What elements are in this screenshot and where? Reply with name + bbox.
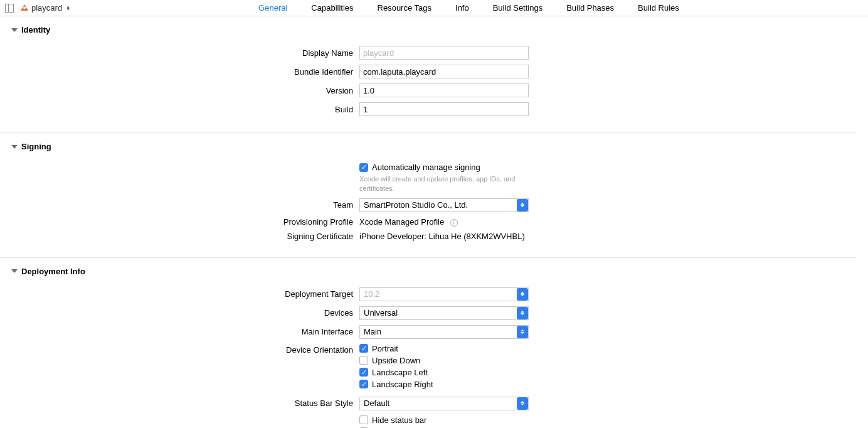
target-name: playcard [31, 3, 62, 13]
tab-info[interactable]: Info [455, 1, 469, 15]
editor-top-bar: playcard ▲▼ General Capabilities Resourc… [0, 0, 868, 16]
version-label: Version [11, 86, 359, 95]
deployment-target-select[interactable]: 10.2 [359, 287, 529, 301]
section-header-identity[interactable]: Identity [11, 25, 855, 35]
orientation-landscape-right-checkbox[interactable] [359, 380, 368, 388]
orientation-label: Portrait [372, 344, 398, 353]
bundle-id-label: Bundle Identifier [11, 67, 359, 77]
tab-general[interactable]: General [258, 1, 287, 15]
deployment-target-value: 10.2 [364, 289, 379, 299]
tab-resource-tags[interactable]: Resource Tags [378, 1, 431, 15]
orientation-label: Landscape Left [372, 368, 428, 377]
status-bar-style-value: Default [364, 399, 389, 408]
auto-manage-signing-label: Automatically manage signing [372, 163, 480, 172]
target-selector[interactable]: playcard ▲▼ [20, 3, 70, 13]
section-title: Deployment Info [21, 267, 85, 276]
info-icon[interactable]: i [450, 219, 458, 227]
devices-label: Devices [11, 308, 359, 318]
team-label: Team [11, 200, 359, 210]
orientation-label: Upside Down [372, 356, 420, 365]
section-header-signing[interactable]: Signing [11, 142, 855, 151]
select-stepper-icon [517, 288, 528, 301]
orientation-landscape-left-checkbox[interactable] [359, 368, 368, 377]
orientation-upside-down-checkbox[interactable] [359, 356, 368, 365]
status-bar-style-label: Status Bar Style [11, 399, 359, 408]
disclosure-triangle-icon [11, 145, 18, 149]
main-interface-select[interactable]: Main [359, 325, 529, 339]
devices-select[interactable]: Universal [359, 306, 529, 320]
build-label: Build [11, 105, 359, 114]
panel-toggle-icon[interactable] [5, 4, 14, 13]
svg-point-1 [23, 6, 26, 9]
main-interface-value: Main [364, 327, 381, 336]
app-icon [20, 4, 29, 13]
section-title: Signing [21, 142, 51, 151]
select-stepper-icon [517, 199, 528, 211]
section-title: Identity [21, 25, 50, 35]
bundle-id-input[interactable] [359, 65, 529, 78]
provisioning-profile-value: Xcode Managed Profile [359, 217, 444, 227]
devices-value: Universal [364, 308, 398, 318]
hide-status-bar-label: Hide status bar [372, 415, 426, 425]
disclosure-triangle-icon [11, 28, 18, 32]
version-input[interactable] [359, 83, 529, 97]
section-identity: Identity Display Name Bundle Identifier … [0, 16, 855, 133]
signing-cert-value: iPhone Developer: Lihua He (8XKM2WVHBL) [359, 232, 525, 241]
build-input[interactable] [359, 102, 529, 116]
section-deployment: Deployment Info Deployment Target 10.2 D… [0, 258, 855, 428]
orientation-label: Landscape Right [372, 380, 433, 389]
status-bar-style-select[interactable]: Default [359, 397, 529, 410]
tab-build-phases[interactable]: Build Phases [566, 1, 614, 15]
orientation-portrait-checkbox[interactable] [359, 344, 368, 353]
tab-build-rules[interactable]: Build Rules [638, 1, 679, 15]
tab-build-settings[interactable]: Build Settings [493, 1, 543, 15]
tab-capabilities[interactable]: Capabilities [311, 1, 353, 15]
device-orientation-label: Device Orientation [11, 344, 359, 355]
team-value: SmartProton Studio Co., Ltd. [364, 200, 468, 210]
team-select[interactable]: SmartProton Studio Co., Ltd. [359, 198, 529, 212]
disclosure-triangle-icon [11, 269, 18, 273]
select-stepper-icon [517, 397, 528, 410]
updown-icon: ▲▼ [66, 6, 70, 11]
display-name-input[interactable] [359, 46, 529, 60]
auto-manage-signing-checkbox[interactable] [359, 163, 368, 172]
section-signing: Signing Automatically manage signing Xco… [0, 133, 855, 258]
auto-manage-signing-hint: Xcode will create and update profiles, a… [359, 174, 522, 193]
select-stepper-icon [517, 307, 528, 319]
hide-status-bar-checkbox[interactable] [359, 415, 368, 424]
provisioning-profile-label: Provisioning Profile [11, 217, 359, 227]
section-header-deployment[interactable]: Deployment Info [11, 267, 855, 276]
main-interface-label: Main Interface [11, 327, 359, 336]
editor-tabs: General Capabilities Resource Tags Info … [258, 1, 679, 15]
deployment-target-label: Deployment Target [11, 289, 359, 299]
signing-cert-label: Signing Certificate [11, 232, 359, 241]
select-stepper-icon [517, 326, 528, 338]
display-name-label: Display Name [11, 48, 359, 58]
